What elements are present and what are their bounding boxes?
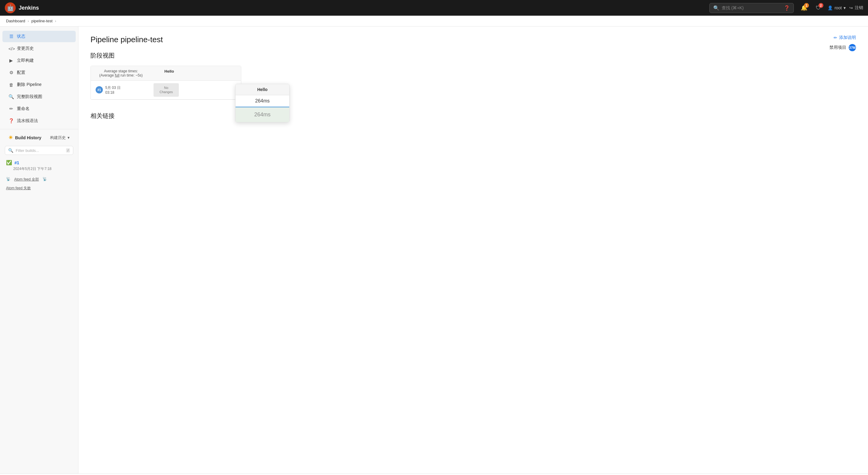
sidebar: ☰ 状态 </> 变更历史 ▶ 立即构建 ⚙ 配置 🗑 删除 Pipeline … [0, 27, 79, 474]
stage-body-row: #1 5月 03 日 03:18 NoChanges [91, 81, 241, 99]
breadcrumb: Dashboard › pipeline-test › [0, 16, 868, 27]
build-success-icon: ✅ [6, 160, 12, 166]
stage-view-container: 阶段视图 Average stage times: (Average full … [91, 52, 856, 100]
stage-avg-label: Average stage times: (Average full run t… [91, 66, 151, 80]
avg-run-time: (Average full run time: ~5s) [96, 73, 146, 77]
stage-popup-avg-time: 264ms [236, 95, 289, 107]
build-history-label: Build History [15, 135, 41, 140]
stage-popup: Hello 264ms 264ms [235, 84, 289, 122]
filter-builds-container[interactable]: 🔍 / [5, 146, 73, 155]
sidebar-item-config[interactable]: ⚙ 配置 [2, 67, 76, 78]
logout-button[interactable]: ↪ 注销 [849, 5, 863, 10]
filter-slash: / [66, 148, 70, 152]
sidebar-label-rename: 重命名 [17, 106, 30, 111]
no-changes-box: NoChanges [154, 83, 179, 97]
no-changes-cell: NoChanges [151, 81, 181, 99]
sidebar-item-status[interactable]: ☰ 状态 [2, 31, 76, 42]
changes-icon: </> [8, 46, 14, 51]
side-actions: ✏ 添加说明 禁用项目 37M [829, 35, 856, 51]
user-name: root [835, 5, 842, 10]
fullview-icon: 🔍 [8, 94, 14, 99]
breadcrumb-sep-1: › [28, 19, 29, 23]
syntax-icon: ❓ [8, 118, 14, 124]
stage-view-title: 阶段视图 [91, 52, 856, 60]
stage-popup-header: Hello [236, 84, 289, 95]
config-icon: ⚙ [8, 70, 14, 75]
build-history-sun-icon: ☀ [8, 135, 13, 140]
stage-popup-run-time: 264ms [236, 107, 289, 122]
atom-feed-icon-all: 📡 [6, 177, 10, 182]
sidebar-label-fullview: 完整阶段视图 [17, 94, 42, 99]
delete-icon: 🗑 [8, 82, 14, 88]
user-menu-button[interactable]: 👤 root ▾ [828, 5, 846, 10]
sidebar-label-status: 状态 [17, 34, 25, 39]
main-content: Pipeline pipeline-test ✏ 添加说明 禁用项目 37M 阶… [79, 27, 868, 474]
sidebar-item-delete[interactable]: 🗑 删除 Pipeline [2, 79, 76, 91]
sidebar-item-changes[interactable]: </> 变更历史 [2, 43, 76, 54]
build-item-1[interactable]: ✅ #1 2024年5月2日 下午7:18 [0, 157, 78, 174]
jenkins-logo-icon: 🤖 [5, 2, 16, 13]
sidebar-item-fullview[interactable]: 🔍 完整阶段视图 [2, 91, 76, 102]
atom-feed-fail[interactable]: Atom feed 失败 [6, 186, 31, 191]
header-title: Jenkins [19, 5, 39, 11]
build-history-chevron: ▾ [67, 135, 70, 140]
build-cell: #1 5月 03 日 03:18 [91, 82, 151, 98]
sidebar-item-syntax[interactable]: ❓ 流水线语法 [2, 115, 76, 127]
stage-header-hello: Hello [151, 66, 187, 80]
search-bar[interactable]: 🔍 ❓ [709, 3, 794, 13]
build-feeds: 📡 Atom feed 全部 📡 Atom feed 失败 [0, 174, 78, 194]
sidebar-label-syntax: 流水线语法 [17, 118, 38, 124]
logout-label: 注销 [855, 5, 863, 10]
notifications-button[interactable]: 🔔 1 [799, 2, 809, 13]
build-date-stage: 5月 03 日 [105, 85, 121, 91]
atom-feed-all[interactable]: Atom feed 全部 [14, 177, 39, 182]
add-description-button[interactable]: ✏ 添加说明 [834, 35, 856, 40]
related-links-section: 相关链接 [91, 112, 856, 120]
stage-header-row: Average stage times: (Average full run t… [91, 66, 241, 81]
build-tag: #1 [96, 86, 103, 94]
sidebar-label-delete: 删除 Pipeline [17, 82, 42, 88]
sidebar-item-build[interactable]: ▶ 立即构建 [2, 55, 76, 66]
related-links-title: 相关链接 [91, 112, 856, 120]
search-help-icon[interactable]: ❓ [784, 5, 790, 11]
build-history-right: 构建历史 ▾ [50, 135, 70, 140]
security-badge: 2 [818, 3, 824, 8]
disable-badge: 37M [849, 44, 856, 51]
sidebar-item-rename[interactable]: ✏ 重命名 [2, 103, 76, 114]
security-button[interactable]: 🛡 2 [813, 2, 824, 13]
filter-search-icon: 🔍 [8, 148, 13, 153]
sidebar-label-build: 立即构建 [17, 58, 34, 63]
search-icon: 🔍 [713, 5, 719, 11]
filter-builds-input[interactable] [16, 148, 64, 153]
stage-table: Average stage times: (Average full run t… [91, 66, 241, 100]
stage-run-placeholder [181, 88, 211, 92]
breadcrumb-home[interactable]: Dashboard [6, 19, 25, 23]
build-history-header[interactable]: ☀ Build History 构建历史 ▾ [2, 132, 76, 143]
logo: 🤖 Jenkins [5, 2, 39, 13]
build-number: #1 [14, 160, 19, 165]
footer: Jenkins 中文社区 REST API Jenkins 2.411 [0, 474, 868, 475]
sidebar-label-changes: 变更历史 [17, 46, 34, 51]
header: 🤖 Jenkins 🔍 ❓ 🔔 1 🛡 2 👤 root ▾ ↪ 注销 [0, 0, 868, 16]
build-history-left: ☀ Build History [8, 135, 41, 140]
layout: ☰ 状态 </> 变更历史 ▶ 立即构建 ⚙ 配置 🗑 删除 Pipeline … [0, 27, 868, 474]
add-description-label: 添加说明 [839, 35, 856, 40]
build-date: 2024年5月2日 下午7:18 [6, 166, 72, 171]
notifications-badge: 1 [804, 3, 809, 8]
build-history-sub: 构建历史 [50, 135, 66, 140]
avg-stage-times: Average stage times: [96, 69, 146, 73]
atom-feed-icon-fail: 📡 [42, 177, 47, 182]
disable-project-label: 禁用项目 [829, 45, 846, 50]
breadcrumb-current[interactable]: pipeline-test [31, 19, 53, 23]
build-info: 5月 03 日 03:18 [105, 85, 121, 95]
page-title: Pipeline pipeline-test [91, 35, 856, 44]
status-icon: ☰ [8, 34, 14, 39]
sidebar-divider [0, 129, 78, 129]
search-input[interactable] [722, 5, 781, 10]
rename-icon: ✏ [8, 106, 14, 111]
sidebar-label-config: 配置 [17, 70, 25, 75]
header-actions: 🔔 1 🛡 2 👤 root ▾ ↪ 注销 [799, 2, 863, 13]
build-icon: ▶ [8, 58, 14, 63]
breadcrumb-sep-2: › [55, 19, 56, 23]
build-time-stage: 03:18 [105, 91, 121, 95]
